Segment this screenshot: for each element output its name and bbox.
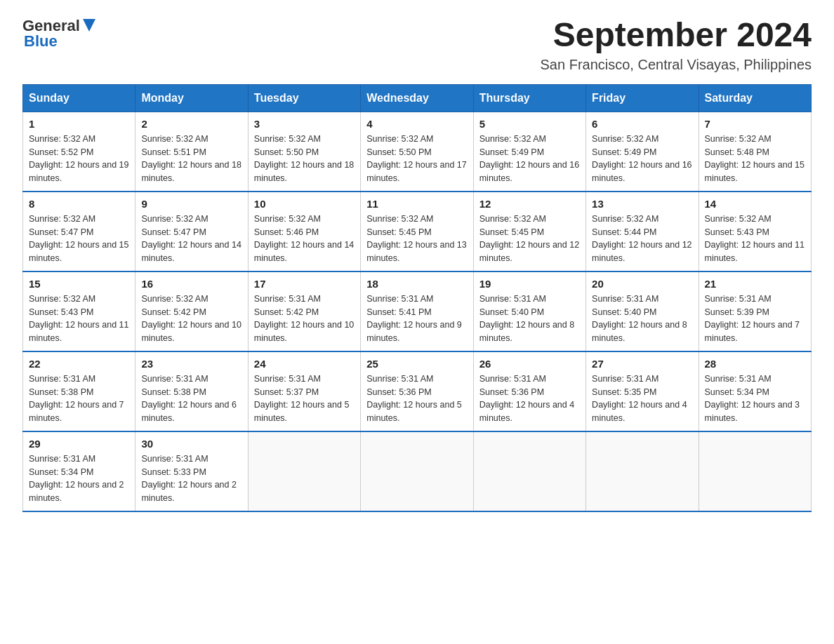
day-info: Sunrise: 5:31 AMSunset: 5:38 PMDaylight:… xyxy=(29,373,129,425)
day-info: Sunrise: 5:32 AMSunset: 5:49 PMDaylight:… xyxy=(479,133,580,185)
calendar-cell: 22Sunrise: 5:31 AMSunset: 5:38 PMDayligh… xyxy=(23,351,135,431)
logo-triangle-icon xyxy=(83,19,95,32)
header-tuesday: Tuesday xyxy=(248,84,360,112)
logo-text-blue: Blue xyxy=(24,32,58,51)
day-info: Sunrise: 5:32 AMSunset: 5:42 PMDaylight:… xyxy=(141,293,241,345)
calendar-cell: 3Sunrise: 5:32 AMSunset: 5:50 PMDaylight… xyxy=(248,112,360,192)
svg-marker-0 xyxy=(83,19,95,32)
day-number: 6 xyxy=(592,118,692,130)
calendar-cell: 14Sunrise: 5:32 AMSunset: 5:43 PMDayligh… xyxy=(699,192,811,271)
day-info: Sunrise: 5:32 AMSunset: 5:47 PMDaylight:… xyxy=(141,213,241,265)
calendar-cell: 18Sunrise: 5:31 AMSunset: 5:41 PMDayligh… xyxy=(361,271,473,351)
page-header: General Blue September 2024 San Francisc… xyxy=(22,17,812,73)
day-info: Sunrise: 5:31 AMSunset: 5:40 PMDaylight:… xyxy=(479,293,580,345)
calendar-cell: 26Sunrise: 5:31 AMSunset: 5:36 PMDayligh… xyxy=(473,351,585,431)
logo-block: General Blue xyxy=(22,17,95,51)
day-info: Sunrise: 5:32 AMSunset: 5:44 PMDaylight:… xyxy=(592,213,692,265)
day-info: Sunrise: 5:31 AMSunset: 5:36 PMDaylight:… xyxy=(366,373,467,425)
day-number: 4 xyxy=(366,118,467,130)
header-wednesday: Wednesday xyxy=(361,84,473,112)
day-number: 14 xyxy=(705,198,805,210)
logo: General Blue xyxy=(22,17,95,51)
day-info: Sunrise: 5:32 AMSunset: 5:50 PMDaylight:… xyxy=(254,133,355,185)
calendar-table: Sunday Monday Tuesday Wednesday Thursday… xyxy=(22,84,812,512)
day-number: 15 xyxy=(29,278,129,290)
day-number: 8 xyxy=(29,198,129,210)
day-info: Sunrise: 5:31 AMSunset: 5:35 PMDaylight:… xyxy=(592,373,692,425)
day-number: 29 xyxy=(29,438,129,450)
calendar-cell: 4Sunrise: 5:32 AMSunset: 5:50 PMDaylight… xyxy=(361,112,473,192)
day-number: 1 xyxy=(29,118,129,130)
day-info: Sunrise: 5:31 AMSunset: 5:39 PMDaylight:… xyxy=(705,293,805,345)
calendar-cell: 19Sunrise: 5:31 AMSunset: 5:40 PMDayligh… xyxy=(473,271,585,351)
day-number: 16 xyxy=(141,278,241,290)
day-number: 5 xyxy=(479,118,580,130)
header-thursday: Thursday xyxy=(473,84,585,112)
day-number: 22 xyxy=(29,358,129,370)
day-info: Sunrise: 5:31 AMSunset: 5:41 PMDaylight:… xyxy=(366,293,467,345)
calendar-row: 22Sunrise: 5:31 AMSunset: 5:38 PMDayligh… xyxy=(23,351,812,431)
day-number: 30 xyxy=(141,438,241,450)
calendar-cell xyxy=(699,431,811,511)
day-info: Sunrise: 5:32 AMSunset: 5:48 PMDaylight:… xyxy=(705,133,805,185)
calendar-cell: 20Sunrise: 5:31 AMSunset: 5:40 PMDayligh… xyxy=(586,271,699,351)
day-number: 13 xyxy=(592,198,692,210)
day-number: 19 xyxy=(479,278,580,290)
title-area: September 2024 San Francisco, Central Vi… xyxy=(541,17,812,73)
calendar-cell: 12Sunrise: 5:32 AMSunset: 5:45 PMDayligh… xyxy=(473,192,585,271)
calendar-cell: 28Sunrise: 5:31 AMSunset: 5:34 PMDayligh… xyxy=(699,351,811,431)
calendar-cell: 2Sunrise: 5:32 AMSunset: 5:51 PMDaylight… xyxy=(135,112,248,192)
calendar-cell: 6Sunrise: 5:32 AMSunset: 5:49 PMDaylight… xyxy=(586,112,699,192)
calendar-cell: 30Sunrise: 5:31 AMSunset: 5:33 PMDayligh… xyxy=(135,431,248,511)
calendar-cell: 8Sunrise: 5:32 AMSunset: 5:47 PMDaylight… xyxy=(23,192,135,271)
day-info: Sunrise: 5:32 AMSunset: 5:43 PMDaylight:… xyxy=(705,213,805,265)
calendar-cell: 9Sunrise: 5:32 AMSunset: 5:47 PMDaylight… xyxy=(135,192,248,271)
day-info: Sunrise: 5:31 AMSunset: 5:33 PMDaylight:… xyxy=(141,452,241,505)
day-number: 26 xyxy=(479,358,580,370)
day-info: Sunrise: 5:31 AMSunset: 5:37 PMDaylight:… xyxy=(254,373,355,425)
calendar-cell xyxy=(473,431,585,511)
day-info: Sunrise: 5:32 AMSunset: 5:49 PMDaylight:… xyxy=(592,133,692,185)
calendar-cell xyxy=(248,431,360,511)
day-number: 28 xyxy=(705,358,805,370)
day-info: Sunrise: 5:31 AMSunset: 5:38 PMDaylight:… xyxy=(141,373,241,425)
day-number: 9 xyxy=(141,198,241,210)
day-number: 27 xyxy=(592,358,692,370)
day-info: Sunrise: 5:32 AMSunset: 5:46 PMDaylight:… xyxy=(254,213,355,265)
header-monday: Monday xyxy=(135,84,248,112)
day-number: 17 xyxy=(254,278,355,290)
calendar-title: September 2024 xyxy=(541,17,812,54)
day-number: 12 xyxy=(479,198,580,210)
day-info: Sunrise: 5:32 AMSunset: 5:52 PMDaylight:… xyxy=(29,133,129,185)
day-number: 10 xyxy=(254,198,355,210)
day-info: Sunrise: 5:31 AMSunset: 5:42 PMDaylight:… xyxy=(254,293,355,345)
calendar-cell: 16Sunrise: 5:32 AMSunset: 5:42 PMDayligh… xyxy=(135,271,248,351)
header-saturday: Saturday xyxy=(699,84,811,112)
day-info: Sunrise: 5:31 AMSunset: 5:34 PMDaylight:… xyxy=(705,373,805,425)
day-info: Sunrise: 5:31 AMSunset: 5:36 PMDaylight:… xyxy=(479,373,580,425)
calendar-cell: 11Sunrise: 5:32 AMSunset: 5:45 PMDayligh… xyxy=(361,192,473,271)
calendar-row: 1Sunrise: 5:32 AMSunset: 5:52 PMDaylight… xyxy=(23,112,812,192)
header-friday: Friday xyxy=(586,84,699,112)
day-number: 23 xyxy=(141,358,241,370)
calendar-cell: 24Sunrise: 5:31 AMSunset: 5:37 PMDayligh… xyxy=(248,351,360,431)
day-info: Sunrise: 5:32 AMSunset: 5:50 PMDaylight:… xyxy=(366,133,467,185)
calendar-subtitle: San Francisco, Central Visayas, Philippi… xyxy=(541,57,812,73)
day-number: 3 xyxy=(254,118,355,130)
calendar-cell: 27Sunrise: 5:31 AMSunset: 5:35 PMDayligh… xyxy=(586,351,699,431)
day-number: 11 xyxy=(366,198,467,210)
calendar-cell: 13Sunrise: 5:32 AMSunset: 5:44 PMDayligh… xyxy=(586,192,699,271)
calendar-cell: 25Sunrise: 5:31 AMSunset: 5:36 PMDayligh… xyxy=(361,351,473,431)
calendar-row: 29Sunrise: 5:31 AMSunset: 5:34 PMDayligh… xyxy=(23,431,812,511)
day-info: Sunrise: 5:32 AMSunset: 5:51 PMDaylight:… xyxy=(141,133,241,185)
day-number: 2 xyxy=(141,118,241,130)
day-info: Sunrise: 5:31 AMSunset: 5:34 PMDaylight:… xyxy=(29,452,129,505)
day-info: Sunrise: 5:32 AMSunset: 5:45 PMDaylight:… xyxy=(366,213,467,265)
day-number: 25 xyxy=(366,358,467,370)
day-info: Sunrise: 5:32 AMSunset: 5:45 PMDaylight:… xyxy=(479,213,580,265)
day-number: 18 xyxy=(366,278,467,290)
calendar-cell xyxy=(586,431,699,511)
calendar-row: 15Sunrise: 5:32 AMSunset: 5:43 PMDayligh… xyxy=(23,271,812,351)
day-number: 24 xyxy=(254,358,355,370)
calendar-cell: 10Sunrise: 5:32 AMSunset: 5:46 PMDayligh… xyxy=(248,192,360,271)
